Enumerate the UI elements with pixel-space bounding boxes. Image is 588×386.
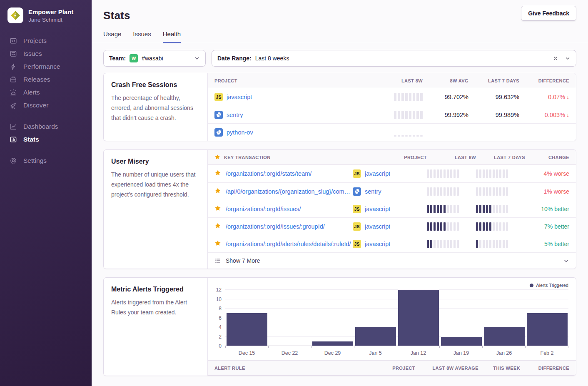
star-icon[interactable] <box>214 222 221 231</box>
x-axis-labels: Dec 15Dec 22Dec 29Jan 5Jan 12Jan 19Jan 2… <box>225 350 568 356</box>
page-title: Stats <box>103 9 576 22</box>
project-link[interactable]: sentry <box>227 112 243 118</box>
user-misery-panel: User Misery The number of unique users t… <box>103 149 576 269</box>
chart-body: 024681012 <box>212 290 568 346</box>
crash-free-table: PROJECTLAST 8W8W AVGLAST 7 DAYSDIFFERENC… <box>208 73 576 141</box>
last-8w-sparkline <box>427 205 476 213</box>
y-axis: 024681012 <box>212 290 225 346</box>
clear-icon[interactable] <box>553 55 558 61</box>
give-feedback-button[interactable]: Give Feedback <box>521 6 576 21</box>
tab-issues[interactable]: Issues <box>133 30 151 43</box>
difference-value: – <box>519 129 569 136</box>
sidebar-item-alerts[interactable]: Alerts <box>0 86 92 99</box>
main-area: Stats Give Feedback UsageIssuesHealth Te… <box>92 0 588 386</box>
transaction-link[interactable]: /organizations/:orgId/stats/team/ <box>226 170 311 177</box>
sparkline-bars <box>427 240 459 248</box>
x-tick-label: Jan 12 <box>397 350 440 356</box>
sparkline-bars <box>476 205 508 213</box>
transaction-link[interactable]: /api/0/organizations/{organization_slug}… <box>226 188 353 195</box>
legend-dot-icon <box>530 284 533 287</box>
team-select[interactable]: Team: W #wasabi <box>103 50 206 67</box>
chevron-down-icon[interactable] <box>565 55 571 61</box>
transaction-link[interactable]: /organizations/:orgId/issues/ <box>226 206 301 212</box>
y-tick-label: 2 <box>219 334 222 340</box>
org-switcher[interactable]: Empower Plant Jane Schmidt <box>0 7 92 23</box>
project-link[interactable]: javascript <box>365 206 390 212</box>
sidebar-item-label: Settings <box>23 157 47 164</box>
table-row: python-ov––– <box>208 123 576 141</box>
column-header: ALERT RULE <box>214 366 316 371</box>
javascript-icon: JS <box>353 205 361 213</box>
sparkline-bars <box>427 205 459 213</box>
page-content: Team: W #wasabi Date Range: Last 8 weeks <box>92 43 588 384</box>
star-icon[interactable] <box>214 205 221 213</box>
key-transaction-cell: /organizations/:orgId/issues/:groupId/ <box>214 222 353 231</box>
y-tick-label: 0 <box>219 343 222 349</box>
tab-health[interactable]: Health <box>163 30 181 43</box>
javascript-icon: JS <box>214 93 223 101</box>
column-header: LAST 8W <box>427 155 476 160</box>
panel-description: The percentage of healthy, errored, and … <box>111 93 200 123</box>
table-row: /organizations/:orgId/alerts/rules/detai… <box>208 235 576 252</box>
project-link[interactable]: javascript <box>365 170 390 177</box>
column-header: LAST 7 DAYS <box>476 155 525 160</box>
x-tick-label: Jan 19 <box>440 350 483 356</box>
table-header-row: ALERT RULEPROJECTLAST 8W AVERAGETHIS WEE… <box>208 361 576 376</box>
difference-value: 0.07%↓ <box>519 94 569 100</box>
star-icon[interactable] <box>214 169 221 178</box>
x-tick-label: Dec 22 <box>268 350 311 356</box>
project-link[interactable]: python-ov <box>227 129 253 136</box>
settings-icon <box>10 157 17 164</box>
project-link[interactable]: javascript <box>227 94 252 100</box>
x-axis-ticks <box>225 346 568 348</box>
sidebar-item-stats[interactable]: Stats <box>0 133 92 146</box>
bar <box>441 337 482 346</box>
column-header: PROJECT <box>316 366 415 371</box>
transaction-link[interactable]: /organizations/:orgId/alerts/rules/detai… <box>226 241 351 247</box>
metric-alerts-right: Alerts Triggered024681012Dec 15Dec 22Dec… <box>208 278 576 376</box>
project-cell: JSjavascript <box>353 169 427 178</box>
bar <box>398 290 439 346</box>
alerts-bar-chart: Alerts Triggered024681012Dec 15Dec 22Dec… <box>208 278 576 360</box>
sidebar-item-dashboards[interactable]: Dashboards <box>0 120 92 133</box>
project-link[interactable]: javascript <box>365 223 390 230</box>
tab-usage[interactable]: Usage <box>103 30 121 43</box>
column-header: THIS WEEK <box>478 366 520 371</box>
sidebar-item-projects[interactable]: Projects <box>0 34 92 47</box>
sidebar-item-settings[interactable]: Settings <box>0 154 92 167</box>
bar-series <box>225 290 568 346</box>
sidebar-item-releases[interactable]: Releases <box>0 73 92 86</box>
sidebar-item-issues[interactable]: Issues <box>0 47 92 60</box>
sidebar-nav: ProjectsIssuesPerformanceReleasesAlertsD… <box>0 34 92 167</box>
project-cell: sentry <box>214 111 364 119</box>
sidebar-item-label: Issues <box>23 50 42 57</box>
bar-slot <box>311 290 354 346</box>
star-icon[interactable] <box>214 187 221 196</box>
last-7-days-sparkline <box>476 187 525 196</box>
bar <box>527 313 568 346</box>
last-7-days-sparkline <box>476 205 525 213</box>
key-transaction-cell: /organizations/:orgId/alerts/rules/detai… <box>214 240 353 248</box>
column-header: 8W AVG <box>423 78 468 83</box>
column-header: PROJECT <box>353 155 427 160</box>
date-range-value: Last 8 weeks <box>255 55 289 62</box>
star-icon[interactable] <box>214 240 221 248</box>
discover-icon <box>10 102 17 109</box>
project-link[interactable]: sentry <box>365 188 381 195</box>
chevron-down-icon <box>194 55 200 61</box>
column-header: LAST 7 DAYS <box>468 78 519 83</box>
show-more-button[interactable]: Show 7 More <box>208 252 576 269</box>
sidebar-item-performance[interactable]: Performance <box>0 60 92 73</box>
sparkline-bars <box>476 240 508 248</box>
project-link[interactable]: javascript <box>365 241 390 247</box>
transaction-link[interactable]: /organizations/:orgId/issues/:groupId/ <box>226 223 325 230</box>
column-header: DIFFERENCE <box>520 366 569 371</box>
last-7-days-value: 99.632% <box>468 94 519 100</box>
sidebar-item-discover[interactable]: Discover <box>0 99 92 112</box>
chart-legend: Alerts Triggered <box>212 282 568 289</box>
x-tick-label: Dec 15 <box>225 350 268 356</box>
chevron-down-icon[interactable] <box>563 258 569 264</box>
project-cell: sentry <box>353 187 427 196</box>
table-row: /api/0/organizations/{organization_slug}… <box>208 182 576 200</box>
date-range-select[interactable]: Date Range: Last 8 weeks <box>212 50 576 67</box>
